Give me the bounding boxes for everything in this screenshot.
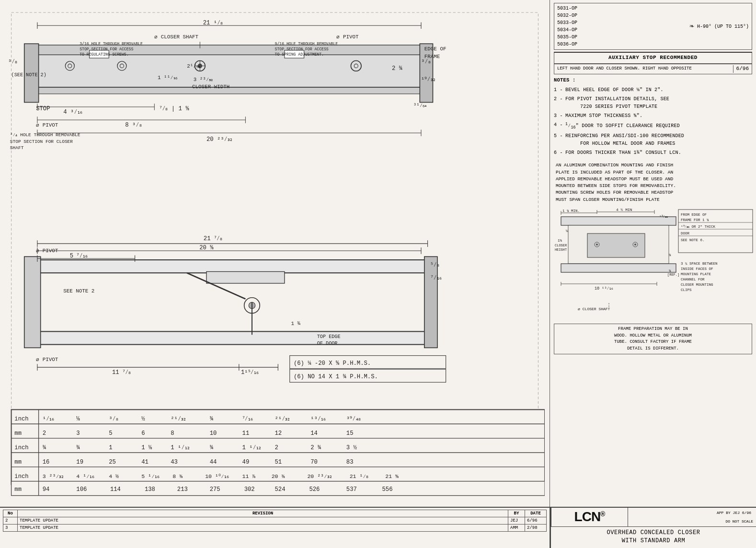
svg-rect-196 (587, 233, 645, 257)
svg-text:5: 5 (109, 430, 112, 437)
svg-rect-195 (561, 264, 676, 272)
svg-text:4 ½: 4 ½ (109, 473, 119, 479)
detail-svg-area: FROM EDGE OF FRAME FOR 1 ¾ ¹⁹⁄₃₂ OR 2" T… (554, 207, 752, 320)
svg-text:TOP EDGE: TOP EDGE (317, 334, 341, 339)
svg-text:3 ²³⁄₃₂: 3 ²³⁄₃₂ (194, 77, 213, 82)
svg-text:¹⁹⁄₃₂: ¹⁹⁄₃₂ (421, 76, 435, 83)
svg-text:³⁄₈: ³⁄₈ (8, 58, 18, 65)
svg-text:43: 43 (171, 459, 178, 466)
lcn-logo-area: LCN® (551, 508, 628, 526)
svg-text:⅛: ⅛ (76, 416, 80, 422)
app-by: APP BY JEJ 6/96 (631, 510, 753, 516)
svg-text:CLOSER MOUNTING: CLOSER MOUNTING (681, 283, 713, 287)
svg-text:16: 16 (43, 459, 50, 466)
svg-text:¾: ¾ (43, 444, 46, 451)
svg-rect-64 (24, 257, 41, 348)
detail-svg: FROM EDGE OF FRAME FOR 1 ¾ ¹⁹⁄₃₂ OR 2" T… (554, 207, 755, 317)
svg-text:9/16  HOLE THROUGH REMOVABLE: 9/16 HOLE THROUGH REMOVABLE (275, 42, 338, 46)
notes-title: NOTES : (554, 76, 752, 84)
svg-text:STOP SECTION FOR ACCESS: STOP SECTION FOR ACCESS (80, 47, 133, 51)
svg-text:²¹⁄₃₂: ²¹⁄₃₂ (171, 416, 186, 422)
svg-text:⌀ PIVOT: ⌀ PIVOT (36, 357, 58, 362)
svg-text:275: 275 (210, 486, 220, 493)
svg-text:6: 6 (141, 430, 145, 437)
svg-text:MOUNTING PLATE: MOUNTING PLATE (681, 272, 711, 276)
page: ⌀ CLOSER SHAFT ⌀ PIVOT STOP ⌀ PIVOT EDGE… (0, 0, 756, 548)
title-block: No REVISION BY DATE 2 TEMPLATE UPDATE JE… (0, 507, 756, 548)
svg-text:CLIPS: CLIPS (681, 288, 692, 292)
svg-text:524: 524 (275, 486, 286, 493)
svg-text:11 ⁷⁄₈: 11 ⁷⁄₈ (112, 369, 131, 376)
svg-text:12: 12 (275, 430, 282, 437)
model-box: 5031-OP 5032-OP 5033-OP 5034-OP 5035-OP … (554, 3, 752, 50)
svg-text:¹⁹⁄₃₂: ¹⁹⁄₃₂ (659, 215, 668, 219)
svg-text:mm: mm (14, 459, 22, 466)
svg-text:[REF.]: [REF.] (667, 273, 679, 277)
svg-text:¾: ¾ (669, 269, 671, 273)
frame-prep-box: FRAME PREPARATION MAY BE IN WOOD. HOLLOW… (554, 324, 752, 354)
right-panel: 5031-OP 5032-OP 5033-OP 5034-OP 5035-OP … (550, 0, 756, 507)
svg-text:3 ¼  SPACE BETWEEN: 3 ¼ SPACE BETWEEN (681, 262, 718, 266)
revision-row-3: 3 TEMPLATE UPDATE AMM 2/98 (3, 524, 547, 531)
svg-text:20 ⅜: 20 ⅜ (272, 473, 285, 479)
svg-text:⁷⁄₁₆: ⁷⁄₁₆ (431, 275, 441, 281)
svg-text:³⁹⁄₄₈: ³⁹⁄₄₈ (346, 416, 361, 422)
svg-text:8 ⅜: 8 ⅜ (172, 473, 183, 479)
svg-text:⌀ PIVOT: ⌀ PIVOT (336, 34, 359, 40)
note-4: 4 - 1⁄16" DOOR TO SOFFIT CLEARANCE REQUI… (554, 121, 752, 131)
lhd-text: LEFT HAND DOOR AND CLOSER SHOWN. RIGHT H… (557, 66, 692, 72)
revision-row-2: 2 TEMPLATE UPDATE JEJ 6/96 (3, 517, 547, 524)
svg-text:TO SPRING ADJUSTMENT.: TO SPRING ADJUSTMENT. (275, 52, 324, 57)
svg-text:302: 302 (244, 486, 255, 493)
svg-text:4 ³⁄₁₆: 4 ³⁄₁₆ (63, 109, 82, 116)
svg-text:10: 10 (210, 430, 217, 437)
svg-text:4 ¹⁄₁₆: 4 ¹⁄₁₆ (76, 473, 94, 479)
svg-text:11: 11 (242, 430, 250, 437)
svg-text:49: 49 (242, 459, 250, 466)
drawing-area: ⌀ CLOSER SHAFT ⌀ PIVOT STOP ⌀ PIVOT EDGE… (0, 0, 550, 507)
svg-text:44: 44 (210, 459, 217, 466)
svg-text:20 ⅝: 20 ⅝ (199, 245, 214, 251)
model-2: 5032-OP (557, 12, 686, 19)
svg-text:(SEE NOTE 2): (SEE NOTE 2) (11, 72, 46, 78)
svg-rect-62 (37, 260, 428, 273)
aux-stop-banner: AUXILIARY STOP RECOMMENDED (554, 52, 752, 64)
svg-text:⁷⁄₁₆: ⁷⁄₁₆ (242, 416, 253, 422)
svg-point-200 (634, 244, 636, 245)
svg-text:⁷⁄₈ | 1 ⅝: ⁷⁄₈ | 1 ⅝ (160, 105, 189, 112)
svg-text:EDGE OF: EDGE OF (424, 46, 447, 52)
svg-text:STOP: STOP (36, 105, 50, 112)
svg-text:2 ¾: 2 ¾ (392, 65, 403, 72)
svg-text:1 ⅛: 1 ⅛ (141, 444, 152, 451)
note-2: 2 - FOR PIVOT INSTALLATION DETAILS, SEE … (554, 95, 752, 111)
svg-text:1¹⁵⁄₁₆: 1¹⁵⁄₁₆ (241, 369, 259, 376)
note-5: 5 - REINFORCING PER ANSI/SDI-100 RECOMME… (554, 132, 752, 148)
svg-text:14: 14 (310, 430, 318, 437)
svg-text:3/16  HOLE THROUGH REMOVABLE: 3/16 HOLE THROUGH REMOVABLE (80, 42, 143, 46)
model-1: 5031-OP (557, 5, 686, 12)
svg-text:21 ¹⁄₈: 21 ¹⁄₈ (203, 20, 223, 26)
svg-text:537: 537 (346, 486, 357, 493)
svg-text:inch: inch (14, 473, 28, 480)
lhd-date: 6/96 (733, 65, 749, 73)
svg-text:11 ⅞: 11 ⅞ (242, 473, 256, 479)
svg-text:SEE NOTE 6.: SEE NOTE 6. (681, 238, 705, 242)
svg-text:5 ⁷⁄₁₆: 5 ⁷⁄₁₆ (70, 253, 88, 259)
svg-text:TO REGULATING SCREWS.: TO REGULATING SCREWS. (80, 52, 128, 57)
svg-text:¹⁹⁄₃₂ OR 2" THICK: ¹⁹⁄₃₂ OR 2" THICK (681, 225, 716, 229)
svg-text:94: 94 (43, 486, 50, 493)
svg-text:138: 138 (145, 486, 155, 493)
title-right: LCN® APP BY JEJ 6/96 DO NOT SCALE OVERHE… (550, 508, 756, 548)
svg-text:mm: mm (14, 430, 22, 437)
svg-text:³⁄₈: ³⁄₈ (421, 58, 431, 65)
svg-text:SEE NOTE 2: SEE NOTE 2 (63, 288, 94, 294)
svg-text:25: 25 (109, 459, 116, 466)
svg-text:⌀ CLOSER SHAFT: ⌀ CLOSER SHAFT (578, 307, 610, 311)
svg-text:³⁄₈: ³⁄₈ (109, 416, 118, 422)
svg-text:10 ¹³⁄₁₆: 10 ¹³⁄₁₆ (595, 286, 613, 291)
svg-text:21 ⁷⁄₈: 21 ⁷⁄₈ (204, 235, 222, 242)
svg-text:4 ½ MIN: 4 ½ MIN (616, 208, 632, 212)
svg-text:¾: ¾ (76, 444, 80, 451)
svg-text:⅛: ⅛ (566, 229, 568, 233)
lcn-logo: LCN® (574, 509, 605, 525)
